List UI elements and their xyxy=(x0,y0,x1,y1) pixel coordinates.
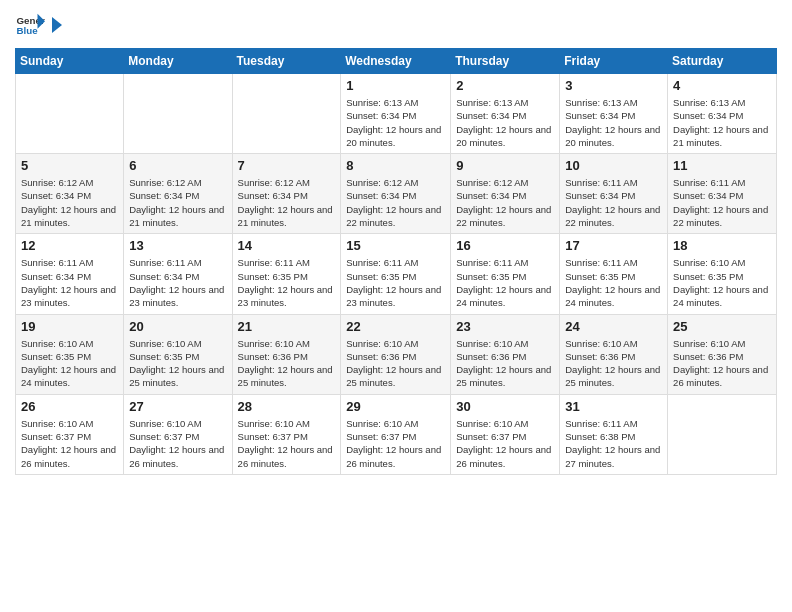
day-number: 13 xyxy=(129,238,226,253)
day-number: 23 xyxy=(456,319,554,334)
day-cell: 21Sunrise: 6:10 AM Sunset: 6:36 PM Dayli… xyxy=(232,314,341,394)
day-number: 21 xyxy=(238,319,336,334)
day-info: Sunrise: 6:11 AM Sunset: 6:34 PM Dayligh… xyxy=(565,176,662,229)
day-cell: 20Sunrise: 6:10 AM Sunset: 6:35 PM Dayli… xyxy=(124,314,232,394)
day-number: 25 xyxy=(673,319,771,334)
day-info: Sunrise: 6:12 AM Sunset: 6:34 PM Dayligh… xyxy=(21,176,118,229)
day-cell: 5Sunrise: 6:12 AM Sunset: 6:34 PM Daylig… xyxy=(16,154,124,234)
day-cell: 16Sunrise: 6:11 AM Sunset: 6:35 PM Dayli… xyxy=(451,234,560,314)
day-cell: 9Sunrise: 6:12 AM Sunset: 6:34 PM Daylig… xyxy=(451,154,560,234)
week-row-1: 1Sunrise: 6:13 AM Sunset: 6:34 PM Daylig… xyxy=(16,74,777,154)
day-number: 9 xyxy=(456,158,554,173)
day-number: 17 xyxy=(565,238,662,253)
day-number: 18 xyxy=(673,238,771,253)
weekday-header-wednesday: Wednesday xyxy=(341,49,451,74)
day-number: 28 xyxy=(238,399,336,414)
day-info: Sunrise: 6:11 AM Sunset: 6:34 PM Dayligh… xyxy=(129,256,226,309)
day-info: Sunrise: 6:11 AM Sunset: 6:34 PM Dayligh… xyxy=(673,176,771,229)
day-info: Sunrise: 6:10 AM Sunset: 6:37 PM Dayligh… xyxy=(21,417,118,470)
day-cell: 30Sunrise: 6:10 AM Sunset: 6:37 PM Dayli… xyxy=(451,394,560,474)
weekday-header-tuesday: Tuesday xyxy=(232,49,341,74)
day-number: 11 xyxy=(673,158,771,173)
day-number: 15 xyxy=(346,238,445,253)
day-number: 19 xyxy=(21,319,118,334)
day-info: Sunrise: 6:10 AM Sunset: 6:37 PM Dayligh… xyxy=(456,417,554,470)
day-number: 16 xyxy=(456,238,554,253)
day-info: Sunrise: 6:12 AM Sunset: 6:34 PM Dayligh… xyxy=(238,176,336,229)
day-number: 3 xyxy=(565,78,662,93)
day-cell xyxy=(668,394,777,474)
day-info: Sunrise: 6:10 AM Sunset: 6:37 PM Dayligh… xyxy=(129,417,226,470)
day-info: Sunrise: 6:13 AM Sunset: 6:34 PM Dayligh… xyxy=(346,96,445,149)
day-number: 29 xyxy=(346,399,445,414)
day-info: Sunrise: 6:13 AM Sunset: 6:34 PM Dayligh… xyxy=(565,96,662,149)
day-info: Sunrise: 6:10 AM Sunset: 6:35 PM Dayligh… xyxy=(673,256,771,309)
header: General Blue xyxy=(15,10,777,40)
day-info: Sunrise: 6:10 AM Sunset: 6:36 PM Dayligh… xyxy=(456,337,554,390)
day-info: Sunrise: 6:11 AM Sunset: 6:38 PM Dayligh… xyxy=(565,417,662,470)
day-number: 2 xyxy=(456,78,554,93)
week-row-4: 19Sunrise: 6:10 AM Sunset: 6:35 PM Dayli… xyxy=(16,314,777,394)
day-cell: 19Sunrise: 6:10 AM Sunset: 6:35 PM Dayli… xyxy=(16,314,124,394)
day-cell: 11Sunrise: 6:11 AM Sunset: 6:34 PM Dayli… xyxy=(668,154,777,234)
day-cell: 23Sunrise: 6:10 AM Sunset: 6:36 PM Dayli… xyxy=(451,314,560,394)
day-number: 24 xyxy=(565,319,662,334)
logo-text xyxy=(49,17,65,33)
day-info: Sunrise: 6:10 AM Sunset: 6:36 PM Dayligh… xyxy=(238,337,336,390)
day-info: Sunrise: 6:11 AM Sunset: 6:34 PM Dayligh… xyxy=(21,256,118,309)
day-number: 14 xyxy=(238,238,336,253)
day-cell xyxy=(124,74,232,154)
week-row-5: 26Sunrise: 6:10 AM Sunset: 6:37 PM Dayli… xyxy=(16,394,777,474)
day-number: 30 xyxy=(456,399,554,414)
day-info: Sunrise: 6:13 AM Sunset: 6:34 PM Dayligh… xyxy=(673,96,771,149)
day-info: Sunrise: 6:10 AM Sunset: 6:37 PM Dayligh… xyxy=(346,417,445,470)
day-info: Sunrise: 6:12 AM Sunset: 6:34 PM Dayligh… xyxy=(129,176,226,229)
day-cell: 3Sunrise: 6:13 AM Sunset: 6:34 PM Daylig… xyxy=(560,74,668,154)
day-number: 26 xyxy=(21,399,118,414)
day-cell: 14Sunrise: 6:11 AM Sunset: 6:35 PM Dayli… xyxy=(232,234,341,314)
day-cell: 6Sunrise: 6:12 AM Sunset: 6:34 PM Daylig… xyxy=(124,154,232,234)
day-number: 8 xyxy=(346,158,445,173)
day-info: Sunrise: 6:10 AM Sunset: 6:35 PM Dayligh… xyxy=(129,337,226,390)
week-row-2: 5Sunrise: 6:12 AM Sunset: 6:34 PM Daylig… xyxy=(16,154,777,234)
day-cell: 25Sunrise: 6:10 AM Sunset: 6:36 PM Dayli… xyxy=(668,314,777,394)
day-cell: 18Sunrise: 6:10 AM Sunset: 6:35 PM Dayli… xyxy=(668,234,777,314)
day-cell: 24Sunrise: 6:10 AM Sunset: 6:36 PM Dayli… xyxy=(560,314,668,394)
day-info: Sunrise: 6:13 AM Sunset: 6:34 PM Dayligh… xyxy=(456,96,554,149)
day-info: Sunrise: 6:12 AM Sunset: 6:34 PM Dayligh… xyxy=(456,176,554,229)
week-row-3: 12Sunrise: 6:11 AM Sunset: 6:34 PM Dayli… xyxy=(16,234,777,314)
day-number: 20 xyxy=(129,319,226,334)
day-number: 31 xyxy=(565,399,662,414)
day-cell: 10Sunrise: 6:11 AM Sunset: 6:34 PM Dayli… xyxy=(560,154,668,234)
logo-icon: General Blue xyxy=(15,10,45,40)
day-cell: 15Sunrise: 6:11 AM Sunset: 6:35 PM Dayli… xyxy=(341,234,451,314)
day-info: Sunrise: 6:10 AM Sunset: 6:36 PM Dayligh… xyxy=(565,337,662,390)
day-cell: 22Sunrise: 6:10 AM Sunset: 6:36 PM Dayli… xyxy=(341,314,451,394)
day-cell: 12Sunrise: 6:11 AM Sunset: 6:34 PM Dayli… xyxy=(16,234,124,314)
day-cell: 27Sunrise: 6:10 AM Sunset: 6:37 PM Dayli… xyxy=(124,394,232,474)
day-number: 5 xyxy=(21,158,118,173)
weekday-header-sunday: Sunday xyxy=(16,49,124,74)
day-cell: 17Sunrise: 6:11 AM Sunset: 6:35 PM Dayli… xyxy=(560,234,668,314)
day-cell: 13Sunrise: 6:11 AM Sunset: 6:34 PM Dayli… xyxy=(124,234,232,314)
day-cell: 31Sunrise: 6:11 AM Sunset: 6:38 PM Dayli… xyxy=(560,394,668,474)
day-cell: 4Sunrise: 6:13 AM Sunset: 6:34 PM Daylig… xyxy=(668,74,777,154)
day-info: Sunrise: 6:10 AM Sunset: 6:36 PM Dayligh… xyxy=(673,337,771,390)
day-cell xyxy=(16,74,124,154)
day-info: Sunrise: 6:11 AM Sunset: 6:35 PM Dayligh… xyxy=(346,256,445,309)
day-number: 10 xyxy=(565,158,662,173)
weekday-header-friday: Friday xyxy=(560,49,668,74)
day-number: 7 xyxy=(238,158,336,173)
calendar-table: SundayMondayTuesdayWednesdayThursdayFrid… xyxy=(15,48,777,475)
weekday-header-thursday: Thursday xyxy=(451,49,560,74)
day-number: 4 xyxy=(673,78,771,93)
weekday-header-monday: Monday xyxy=(124,49,232,74)
day-number: 6 xyxy=(129,158,226,173)
day-number: 22 xyxy=(346,319,445,334)
weekday-header-row: SundayMondayTuesdayWednesdayThursdayFrid… xyxy=(16,49,777,74)
day-cell: 28Sunrise: 6:10 AM Sunset: 6:37 PM Dayli… xyxy=(232,394,341,474)
weekday-header-saturday: Saturday xyxy=(668,49,777,74)
day-cell: 7Sunrise: 6:12 AM Sunset: 6:34 PM Daylig… xyxy=(232,154,341,234)
day-cell: 26Sunrise: 6:10 AM Sunset: 6:37 PM Dayli… xyxy=(16,394,124,474)
day-info: Sunrise: 6:10 AM Sunset: 6:35 PM Dayligh… xyxy=(21,337,118,390)
